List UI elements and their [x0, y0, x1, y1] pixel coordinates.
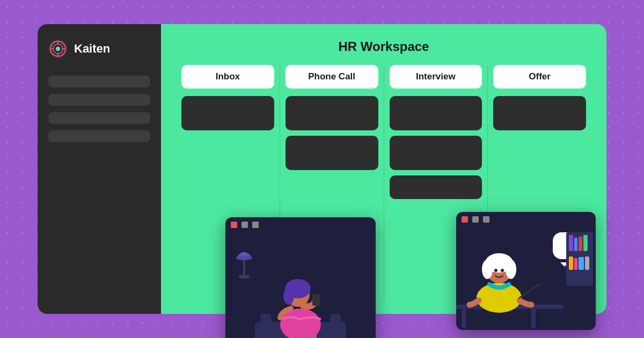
svg-rect-27 [574, 258, 577, 270]
card-6[interactable] [390, 175, 482, 199]
svg-rect-29 [585, 256, 589, 270]
svg-point-39 [501, 269, 504, 272]
card-3[interactable] [286, 136, 378, 170]
svg-rect-9 [239, 275, 250, 278]
svg-point-37 [506, 260, 516, 279]
column-header-inbox[interactable]: Inbox [181, 65, 274, 89]
popup-maximize-btn-right[interactable] [472, 216, 479, 223]
nav-item-1[interactable] [48, 76, 150, 87]
svg-rect-32 [531, 309, 536, 328]
svg-rect-13 [330, 314, 341, 338]
popup-content-right [456, 227, 596, 330]
svg-line-40 [519, 284, 539, 298]
woman-phone-figure [252, 258, 349, 338]
woman-desk-figure [456, 231, 564, 330]
kaiten-logo-icon [48, 39, 68, 58]
nav-item-4[interactable] [48, 130, 150, 142]
svg-rect-24 [579, 237, 582, 251]
board-area: HR Workspace Inbox Phone Call Interview [161, 24, 606, 314]
svg-rect-18 [312, 294, 320, 306]
svg-rect-22 [569, 235, 573, 251]
bookshelf-icon [566, 232, 593, 286]
lamp-icon [233, 238, 255, 281]
card-5[interactable] [390, 136, 482, 170]
board-title: HR Workspace [176, 39, 591, 54]
popup-right[interactable] [456, 212, 596, 330]
main-container: Kaiten HR Workspace Inbox Phone Call [38, 24, 606, 314]
app-name: Kaiten [74, 42, 110, 56]
popup-titlebar-left [225, 217, 376, 232]
card-1[interactable] [181, 96, 274, 130]
svg-rect-25 [583, 235, 588, 251]
popup-close-btn-right[interactable] [462, 216, 468, 223]
svg-rect-19 [290, 330, 301, 338]
svg-rect-12 [260, 314, 271, 338]
nav-item-2[interactable] [48, 94, 150, 106]
svg-point-10 [236, 256, 252, 260]
popup-minimize-btn-right[interactable] [483, 216, 489, 223]
nav-item-3[interactable] [48, 112, 150, 124]
popup-close-btn-left[interactable] [231, 222, 237, 228]
column-header-phone-call[interactable]: Phone Call [286, 65, 378, 89]
popup-maximize-btn-left[interactable] [241, 222, 248, 228]
column-header-interview[interactable]: Interview [390, 65, 482, 89]
svg-rect-8 [243, 259, 245, 278]
card-4[interactable] [390, 96, 482, 130]
svg-point-3 [56, 47, 60, 51]
svg-point-17 [283, 288, 294, 305]
svg-rect-31 [462, 309, 466, 328]
popup-left[interactable] [225, 217, 376, 338]
sidebar-logo: Kaiten [48, 39, 150, 58]
sidebar: Kaiten [38, 24, 161, 314]
sidebar-nav [48, 76, 150, 142]
popup-titlebar-right [456, 212, 596, 227]
svg-rect-26 [569, 256, 573, 270]
svg-rect-20 [306, 330, 317, 338]
popup-content-left [225, 232, 376, 338]
popup-minimize-btn-left[interactable] [252, 222, 259, 228]
card-7[interactable] [493, 96, 586, 130]
column-header-offer[interactable]: Offer [493, 65, 586, 89]
card-2[interactable] [286, 96, 378, 130]
svg-point-38 [494, 269, 497, 272]
svg-point-36 [482, 260, 493, 279]
svg-rect-28 [579, 257, 584, 270]
svg-rect-23 [574, 238, 577, 251]
